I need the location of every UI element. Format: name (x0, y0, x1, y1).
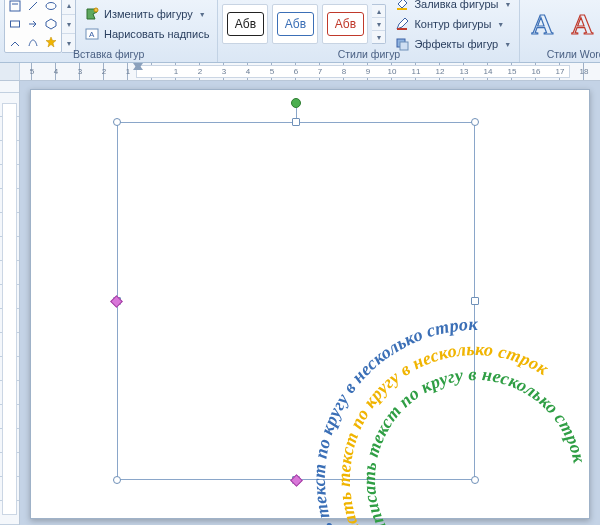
shape-hex-icon[interactable] (43, 16, 59, 32)
svg-point-3 (46, 3, 56, 10)
shape-style-1[interactable]: Абв (222, 4, 268, 44)
group-label-styles: Стили фигур (222, 47, 515, 61)
svg-line-2 (29, 2, 37, 10)
gallery-up-icon[interactable]: ▴ (372, 5, 385, 18)
edit-shape-label: Изменить фигуру (104, 8, 193, 20)
shape-style-3[interactable]: Абв (322, 4, 368, 44)
draw-textbox-label: Нарисовать надпись (104, 28, 209, 40)
wordart-style-1[interactable]: A (524, 4, 560, 44)
svg-rect-4 (11, 21, 20, 27)
shape-gallery[interactable] (4, 0, 62, 53)
document-area[interactable]: Как написать текст по кругу в несколько … (20, 81, 600, 525)
svg-marker-6 (46, 37, 56, 47)
shape-textbox-icon[interactable] (7, 0, 23, 14)
shape-line-icon[interactable] (25, 0, 41, 14)
svg-rect-12 (397, 28, 407, 30)
page: Как написать текст по кругу в несколько … (30, 89, 590, 519)
svg-marker-5 (46, 19, 56, 29)
edit-shape-button[interactable]: Изменить фигуру ▼ (80, 4, 213, 24)
ruler-numbers: 54321123456789101112131415161718192021 (20, 63, 600, 80)
shape-outline-label: Контур фигуры (414, 18, 491, 30)
indent-left[interactable] (133, 63, 143, 70)
resize-handle-tl[interactable] (113, 118, 121, 126)
shape-gallery-scroll[interactable]: ▴ ▾ ▾ (62, 0, 76, 53)
resize-handle-tr[interactable] (471, 118, 479, 126)
shape-style-2[interactable]: Абв (272, 4, 318, 44)
dropdown-icon: ▼ (504, 1, 511, 8)
ruler-corner (0, 63, 20, 80)
resize-handle-t[interactable] (292, 118, 300, 126)
group-wordart-styles: A A A Стили WordArt (519, 0, 600, 62)
shape-rect-icon[interactable] (7, 16, 23, 32)
shape-fill-button[interactable]: Заливка фигуры ▼ (390, 0, 515, 14)
style-gallery-scroll[interactable]: ▴ ▾ ▾ (372, 4, 386, 44)
dropdown-icon: ▼ (497, 21, 504, 28)
shape-oval-icon[interactable] (43, 0, 59, 14)
ruler-vertical[interactable] (0, 81, 20, 525)
resize-handle-bl[interactable] (113, 476, 121, 484)
gallery-up-icon[interactable]: ▴ (62, 0, 75, 15)
group-label-wordart: Стили WordArt (524, 47, 600, 61)
ruler-horizontal[interactable]: 54321123456789101112131415161718192021 (0, 63, 600, 81)
dropdown-icon: ▼ (199, 11, 206, 18)
wordart-text-svg: Как написать текст по кругу в несколько … (296, 301, 600, 525)
shape-fill-label: Заливка фигуры (414, 0, 498, 10)
group-insert-shapes: ▴ ▾ ▾ Изменить фигуру ▼ A Нарисовать над… (0, 0, 217, 62)
gallery-more-icon[interactable]: ▾ (372, 31, 385, 43)
svg-rect-0 (10, 1, 20, 11)
pen-icon (394, 16, 410, 32)
svg-point-8 (94, 8, 98, 12)
group-shape-styles: Абв Абв Абв ▴ ▾ ▾ Заливка фигуры ▼ Конту… (217, 0, 519, 62)
textbox-icon: A (84, 26, 100, 42)
ribbon: ▴ ▾ ▾ Изменить фигуру ▼ A Нарисовать над… (0, 0, 600, 63)
svg-text:A: A (89, 30, 95, 39)
shape-arrow-icon[interactable] (25, 16, 41, 32)
svg-rect-11 (397, 8, 407, 10)
edit-shape-icon (84, 6, 100, 22)
shape-outline-button[interactable]: Контур фигуры ▼ (390, 14, 515, 34)
rotate-handle[interactable] (291, 98, 301, 108)
wordart-object[interactable]: Как написать текст по кругу в несколько … (117, 122, 475, 480)
draw-textbox-button[interactable]: A Нарисовать надпись (80, 24, 213, 44)
bucket-icon (394, 0, 410, 12)
wordart-style-2[interactable]: A (564, 4, 600, 44)
gallery-down-icon[interactable]: ▾ (372, 18, 385, 31)
group-label-insert: Вставка фигур (4, 47, 213, 61)
gallery-down-icon[interactable]: ▾ (62, 15, 75, 34)
